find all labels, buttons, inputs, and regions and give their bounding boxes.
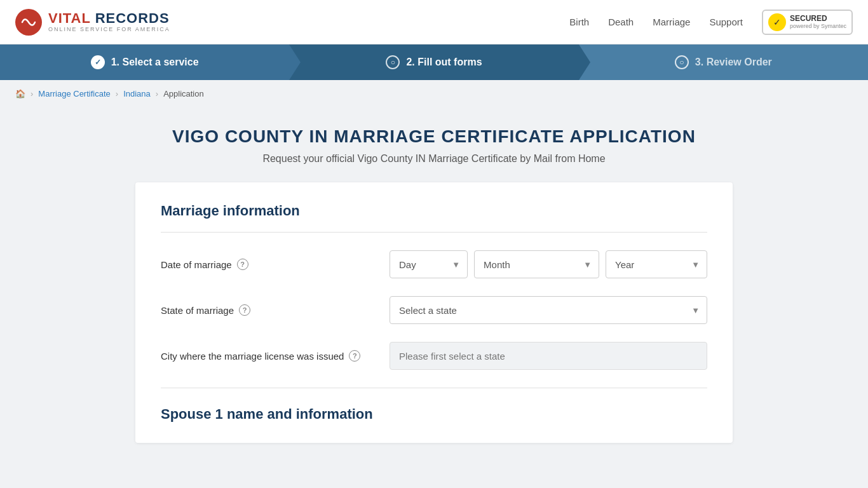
section1-title: Marriage information	[161, 203, 707, 219]
breadcrumb-sep-2: ›	[116, 89, 118, 98]
section1-divider	[161, 232, 707, 233]
step-1-icon: ✓	[91, 55, 105, 69]
main-nav: Birth Death Marriage Support ✓ SECURED p…	[569, 10, 853, 35]
step-3-label: 3. Review Order	[695, 57, 772, 68]
city-inputs	[390, 342, 707, 370]
norton-badge: ✓ SECURED powered by Symantec	[762, 10, 853, 35]
progress-step-2: ○ 2. Fill out forms	[289, 44, 578, 80]
city-row: City where the marriage license was issu…	[161, 342, 707, 370]
breadcrumb-indiana[interactable]: Indiana	[123, 89, 151, 98]
logo-icon	[15, 9, 42, 36]
nav-marriage[interactable]: Marriage	[653, 17, 690, 27]
month-select-wrapper: Month JanuaryFebruaryMarch AprilMayJune …	[474, 250, 599, 278]
section2-divider	[161, 388, 707, 388]
logo: VITAL RECORDS ONLINE SERVICE FOR AMERICA	[15, 9, 170, 36]
date-of-marriage-row: Date of marriage ? Day 12345 678910 1112…	[161, 250, 707, 278]
step-2-icon: ○	[386, 55, 400, 69]
page-title: VIGO COUNTY IN MARRIAGE CERTIFICATE APPL…	[15, 126, 853, 147]
year-select[interactable]: Year 2024202320222021 2020201920182017 2…	[606, 250, 707, 278]
nav-death[interactable]: Death	[608, 17, 634, 27]
site-header: VITAL RECORDS ONLINE SERVICE FOR AMERICA…	[0, 0, 868, 44]
step-2-label: 2. Fill out forms	[406, 57, 482, 68]
date-label-area: Date of marriage ?	[161, 259, 377, 270]
city-input	[390, 342, 707, 370]
date-inputs: Day 12345 678910 1112131415 1617181920 2…	[390, 250, 707, 278]
breadcrumb-application: Application	[163, 89, 204, 98]
breadcrumb-home[interactable]: 🏠	[15, 89, 25, 98]
date-of-marriage-label: Date of marriage	[161, 259, 232, 270]
norton-text: SECURED powered by Symantec	[790, 14, 846, 30]
logo-text: VITAL RECORDS ONLINE SERVICE FOR AMERICA	[48, 11, 170, 32]
state-help-icon[interactable]: ?	[239, 304, 250, 316]
form-card: Marriage information Date of marriage ? …	[135, 182, 733, 443]
month-select[interactable]: Month JanuaryFebruaryMarch AprilMayJune …	[474, 250, 599, 278]
logo-title: VITAL RECORDS	[48, 11, 170, 26]
state-label-area: State of marriage ?	[161, 304, 377, 316]
step-1-label: 1. Select a service	[111, 57, 199, 68]
year-select-wrapper: Year 2024202320222021 2020201920182017 2…	[606, 250, 707, 278]
state-select[interactable]: Select a state AlabamaAlaskaArizona Arka…	[390, 296, 707, 324]
norton-checkmark: ✓	[768, 13, 786, 31]
breadcrumb-sep-3: ›	[156, 89, 158, 98]
date-help-icon[interactable]: ?	[237, 259, 248, 270]
state-of-marriage-row: State of marriage ? Select a state Alaba…	[161, 296, 707, 324]
step-3-icon: ○	[675, 55, 689, 69]
state-select-wrapper: Select a state AlabamaAlaskaArizona Arka…	[390, 296, 707, 324]
progress-bar: ✓ 1. Select a service ○ 2. Fill out form…	[0, 44, 868, 80]
breadcrumb-sep-1: ›	[31, 89, 33, 98]
city-label: City where the marriage license was issu…	[161, 351, 344, 362]
day-select[interactable]: Day 12345 678910 1112131415 1617181920 2…	[390, 250, 468, 278]
breadcrumb: 🏠 › Marriage Certificate › Indiana › App…	[0, 80, 868, 107]
nav-support[interactable]: Support	[709, 17, 743, 27]
progress-step-1: ✓ 1. Select a service	[0, 44, 289, 80]
section2-title: Spouse 1 name and information	[161, 406, 707, 423]
state-of-marriage-label: State of marriage	[161, 305, 234, 316]
city-help-icon[interactable]: ?	[349, 350, 360, 362]
nav-birth[interactable]: Birth	[569, 17, 589, 27]
day-select-wrapper: Day 12345 678910 1112131415 1617181920 2…	[390, 250, 468, 278]
main-content: VIGO COUNTY IN MARRIAGE CERTIFICATE APPL…	[0, 107, 868, 468]
city-label-area: City where the marriage license was issu…	[161, 350, 377, 362]
state-inputs: Select a state AlabamaAlaskaArizona Arka…	[390, 296, 707, 324]
breadcrumb-marriage-cert[interactable]: Marriage Certificate	[38, 89, 110, 98]
progress-step-3: ○ 3. Review Order	[579, 44, 868, 80]
page-subtitle: Request your official Vigo County IN Mar…	[15, 153, 853, 165]
logo-subtitle: ONLINE SERVICE FOR AMERICA	[48, 27, 170, 33]
